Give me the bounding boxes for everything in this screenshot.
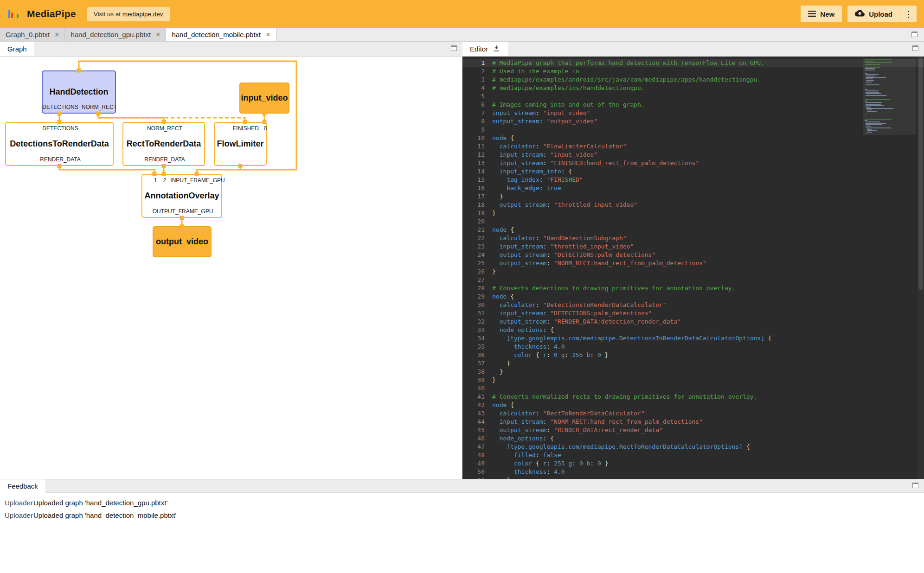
graph-node-input_video[interactable]: input_video [239,83,289,114]
code-line[interactable]: 18 output_stream: "throttled_input_video… [462,201,924,209]
code-line[interactable]: 17 } [462,192,924,201]
port-connector[interactable] [195,172,199,176]
code-line[interactable]: 39} [462,376,924,384]
code-line[interactable]: 11 calculator: "FlowLimiterCalculator" [462,142,924,151]
code-line[interactable]: 19} [462,209,924,217]
tab-feedback[interactable]: Feedback [0,479,45,493]
code-line[interactable]: 30 calculator: "DetectionsToRenderDataCa… [462,301,924,309]
upload-menu-button[interactable]: ⋮ [900,6,917,22]
tab-graph[interactable]: Graph [0,42,34,56]
upload-button[interactable]: Upload [847,6,900,22]
code-line[interactable]: 10node { [462,134,924,142]
code-line[interactable]: 28# Converts detections to drawing primi… [462,284,924,293]
graph-node-DetectionsToRenderData[interactable]: DETECTIONSRENDER_DATADetectionsToRenderD… [5,122,114,166]
file-tab-hand_detection_mobile-pbtxt[interactable]: hand_detection_mobile.pbtxt× [166,28,276,41]
maximize-icon[interactable] [911,32,918,37]
code-line[interactable]: 16 back_edge: true [462,184,924,192]
code-line[interactable]: 48 filled: false [462,451,924,459]
code-line[interactable]: 45 output_stream: "RENDER_DATA:rect_rend… [462,426,924,434]
code-line[interactable]: 9 [462,126,924,134]
code-line[interactable]: 34 [type.googleapis.com/mediapipe.Detect… [462,334,924,343]
code-line[interactable]: 29node { [462,293,924,301]
code-line[interactable]: 41# Converts normalized rects to drawing… [462,393,924,401]
download-icon[interactable] [493,45,500,54]
port-connector[interactable] [263,112,267,116]
code-line[interactable]: 47 [type.googleapis.com/mediapipe.RectTo… [462,443,924,451]
code-line[interactable]: 21node { [462,226,924,234]
mediapipe-dev-link[interactable]: mediapipe.dev [122,11,163,18]
scrollbar-thumb[interactable] [918,57,923,290]
code-line[interactable]: 26} [462,267,924,276]
code-line[interactable]: 5 [462,92,924,101]
code-line[interactable]: 15 tag_index: "FINISHED" [462,176,924,184]
code-line[interactable]: 32 output_stream: "RENDER_DATA:detection… [462,318,924,326]
port-connector[interactable] [77,69,81,73]
port-connector[interactable] [180,216,184,220]
port-connector[interactable] [162,120,166,124]
code-line[interactable]: 20 [462,217,924,226]
code-line[interactable]: 42node { [462,401,924,409]
editor-scrollbar[interactable] [918,57,924,479]
code-line[interactable]: 1# MediaPipe graph that performs hand de… [462,59,924,67]
code-line[interactable]: 38 } [462,368,924,376]
graph-canvas[interactable]: DETECTIONSNORM_RECTHandDetectioninput_vi… [0,57,462,479]
graph-maximize-icon[interactable] [451,45,457,51]
port-connector[interactable] [153,172,157,176]
code-line[interactable]: 14 input_stream_info: { [462,167,924,176]
code-line[interactable]: 46 node_options: { [462,434,924,443]
code-line[interactable]: 27 [462,276,924,284]
code-line[interactable]: 4# mediapipe/examples/ios/handdetectiong… [462,84,924,92]
code-line[interactable]: 22 calculator: "HandDetectionSubgraph" [462,234,924,242]
port-connector[interactable] [162,172,166,176]
port-connector[interactable] [58,164,62,168]
port-connector[interactable] [96,112,101,116]
close-icon[interactable]: × [156,31,160,39]
code-line[interactable]: 31 input_stream: "DETECTIONS:palm_detect… [462,309,924,318]
editor-maximize-icon[interactable] [912,45,918,51]
editor-minimap[interactable] [865,59,914,135]
code-line[interactable]: 43 calculator: "RectToRenderDataCalculat… [462,409,924,418]
graph-node-output_video[interactable]: output_video [153,226,212,257]
code-line[interactable]: 44 input_stream: "NORM_RECT:hand_rect_fr… [462,418,924,426]
code-line[interactable]: 24 output_stream: "DETECTIONS:palm_detec… [462,251,924,259]
line-number: 28 [462,284,492,293]
code-line[interactable]: 49 color { r: 255 g: 0 b: 0 } [462,459,924,468]
graph-node-RectToRenderData[interactable]: NORM_RECTRENDER_DATARectToRenderData [122,122,205,166]
graph-node-HandDetection[interactable]: DETECTIONSNORM_RECTHandDetection [42,70,116,114]
code-line[interactable]: 23 input_stream: "throttled_input_video" [462,242,924,251]
port-connector[interactable] [238,164,243,168]
code-editor[interactable]: 1# MediaPipe graph that performs hand de… [462,57,924,479]
tab-editor[interactable]: Editor [462,42,508,56]
port-connector[interactable] [180,224,184,229]
code-line[interactable]: 25 output_stream: "NORM_RECT:hand_rect_f… [462,259,924,267]
code-line[interactable]: 8output_stream: "output_video" [462,117,924,126]
code-line[interactable]: 2# Used in the example in [462,67,924,76]
close-icon[interactable]: × [266,31,270,39]
port-connector[interactable] [58,120,62,124]
port-connector[interactable] [58,112,62,116]
code-line[interactable]: 6# Images coming into and out of the gra… [462,101,924,109]
feedback-maximize-icon[interactable] [912,483,918,488]
new-button[interactable]: New [801,6,842,22]
code-line[interactable]: 3# mediapipe/examples/android/src/java/c… [462,76,924,84]
minimap-line [865,67,880,68]
port-connector[interactable] [243,120,247,124]
port-connector[interactable] [162,164,166,168]
file-tab-hand_detection_gpu-pbtxt[interactable]: hand_detection_gpu.pbtxt× [65,28,166,41]
feedback-log: UploaderUploaded graph 'hand_detection_g… [0,493,924,573]
code-line[interactable]: 33 node_options: { [462,326,924,334]
graph-node-FlowLimiter[interactable]: FINISHED0FlowLimiter [214,122,267,166]
code-line[interactable]: 37 } [462,359,924,368]
code-line[interactable]: 35 thickness: 4.0 [462,343,924,351]
graph-node-AnnotationOverlay[interactable]: 12INPUT_FRAME_GPUOUTPUT_FRAME_GPUAnnotat… [141,174,222,218]
code-line[interactable]: 12 input_stream: "input_video" [462,151,924,159]
code-line[interactable]: 36 color { r: 0 g: 255 b: 0 } [462,351,924,359]
close-icon[interactable]: × [55,31,59,39]
port-connector[interactable] [263,120,267,124]
line-number: 24 [462,251,492,259]
code-line[interactable]: 7input_stream: "input_video" [462,109,924,117]
file-tab-Graph_0-pbtxt[interactable]: Graph_0.pbtxt× [0,28,65,41]
code-line[interactable]: 13 input_stream: "FINISHED:hand_rect_fro… [462,159,924,167]
code-line[interactable]: 40 [462,384,924,393]
code-line[interactable]: 50 thickness: 4.0 [462,468,924,476]
